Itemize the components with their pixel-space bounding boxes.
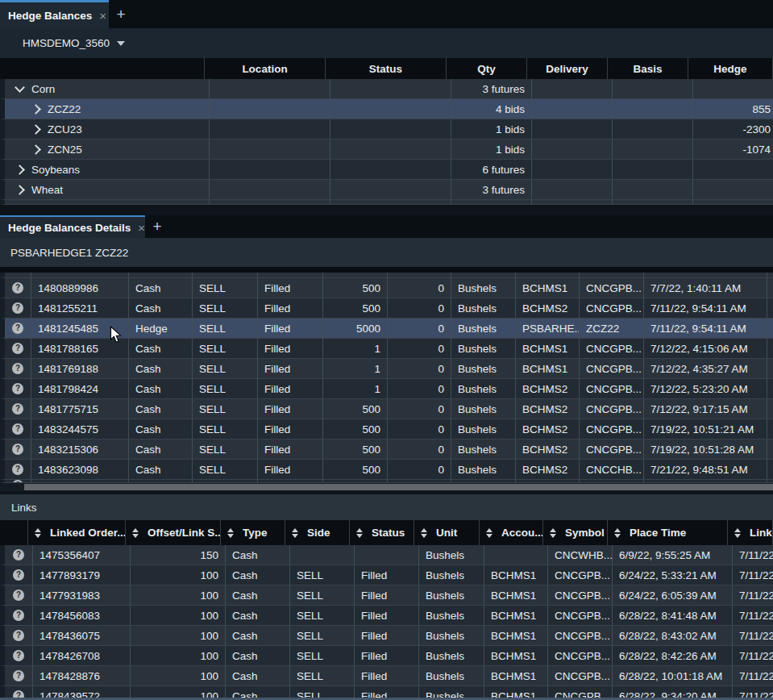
column-header[interactable]: Unit xyxy=(414,520,480,545)
sort-icon[interactable] xyxy=(35,528,41,538)
chevron-right-icon[interactable] xyxy=(31,104,41,115)
new-tab-button[interactable]: + xyxy=(147,215,168,238)
sort-icon[interactable] xyxy=(292,528,298,538)
sort-icon[interactable] xyxy=(356,528,363,538)
cell: 1481245485 xyxy=(31,319,129,338)
cell: 1480889986 xyxy=(31,278,129,298)
tree-row[interactable]: ZCN251 bids-1074 xyxy=(0,140,773,160)
hedge-balances-header: LocationStatusQtyDeliveryBasisHedge xyxy=(0,58,773,79)
chevron-down-icon[interactable] xyxy=(15,82,25,93)
cell: 0 xyxy=(388,460,451,479)
order-row[interactable]: ?1481798424CashSELLFilled10BushelsBCHMS2… xyxy=(0,379,773,399)
cell: 7/12/22, 4:35:27 AM xyxy=(644,359,767,378)
help-icon[interactable]: ? xyxy=(12,423,23,435)
cell: CNCGPB... xyxy=(548,606,613,625)
link-row[interactable]: ?1477893179100CashSELLFilledBushelsBCHMS… xyxy=(0,565,773,585)
order-row[interactable]: ?1483215306CashSELLFilled5000BushelsBCHM… xyxy=(0,440,773,460)
help-icon[interactable]: ? xyxy=(13,630,24,641)
sort-icon[interactable] xyxy=(734,528,741,538)
column-header[interactable]: Place Time xyxy=(608,520,728,545)
column-header[interactable]: Side xyxy=(285,520,350,545)
cell xyxy=(193,480,258,482)
order-row[interactable]: ?1483244575CashSELLFilled5000BushelsBCHM… xyxy=(0,419,773,440)
column-header[interactable]: Type xyxy=(221,520,285,545)
dataset-selector[interactable]: HMSDEMO_3560 xyxy=(23,37,110,49)
new-tab-button[interactable]: + xyxy=(110,0,131,28)
chevron-right-icon[interactable] xyxy=(15,185,25,195)
help-icon[interactable]: ? xyxy=(12,464,23,475)
column-header: Basis xyxy=(608,58,688,79)
link-row[interactable]: ?1478426708100CashSELLFilledBushelsBCHMS… xyxy=(0,646,773,666)
link-row[interactable]: ?1478428876100CashSELLFilledBushelsBCHMS… xyxy=(0,666,773,686)
order-row[interactable]: ?1481245485HedgeSELLFilled50000BushelsPS… xyxy=(0,319,773,339)
cell: 7/11/22, xyxy=(733,585,773,605)
scrollbar-thumb[interactable] xyxy=(24,484,773,490)
help-icon[interactable]: ? xyxy=(12,403,23,415)
help-icon[interactable]: ? xyxy=(13,569,24,581)
tree-row[interactable]: ZCZ224 bids855 xyxy=(0,99,773,119)
partial-row xyxy=(0,273,773,278)
sort-icon[interactable] xyxy=(132,528,139,538)
help-icon[interactable]: ? xyxy=(12,343,23,354)
help-icon[interactable]: ? xyxy=(12,363,23,374)
cell xyxy=(516,480,580,482)
chevron-right-icon[interactable] xyxy=(31,124,41,135)
close-icon[interactable]: × xyxy=(138,222,145,234)
cell: Hedge xyxy=(129,319,193,338)
sort-icon[interactable] xyxy=(227,528,234,538)
help-icon[interactable]: ? xyxy=(12,444,23,455)
column-header: Qty xyxy=(447,58,527,79)
column-header[interactable]: Link T... xyxy=(728,520,773,545)
link-row[interactable]: ?1478436075100CashSELLFilledBushelsBCHMS… xyxy=(0,626,773,646)
help-icon[interactable]: ? xyxy=(12,323,23,334)
tree-row[interactable]: Soybeans6 futures xyxy=(0,160,773,180)
order-row[interactable]: ?1480889986CashSELLFilled5000BushelsBCHM… xyxy=(0,278,773,298)
column-header[interactable]: Linked Order... xyxy=(28,520,126,545)
help-icon[interactable]: ? xyxy=(12,383,23,394)
tree-row[interactable]: Wheat3 futures xyxy=(0,180,773,200)
tree-row[interactable]: ZCU231 bids-2300 xyxy=(0,119,773,140)
help-icon[interactable]: ? xyxy=(13,670,24,681)
tab-hedge-balances[interactable]: Hedge Balances × xyxy=(0,0,109,28)
cell: 6/28/22, 10:01:18 AM xyxy=(613,666,733,685)
tab-hedge-balances-details[interactable]: Hedge Balances Details × xyxy=(0,215,145,238)
chevron-right-icon[interactable] xyxy=(15,165,25,175)
column-header[interactable]: Offset/Link S... xyxy=(126,520,221,545)
column-header-label: Side xyxy=(307,527,330,539)
column-header[interactable]: Accou... xyxy=(480,520,543,545)
sort-icon[interactable] xyxy=(421,528,427,538)
help-icon[interactable]: ? xyxy=(13,610,24,621)
order-row[interactable]: ?1481255211CashSELLFilled5000BushelsBCHM… xyxy=(0,298,773,319)
help-icon[interactable]: ? xyxy=(13,650,24,661)
cell: BCHMS2 xyxy=(516,440,580,459)
cell: 0 xyxy=(388,399,451,419)
order-row[interactable]: ?1481769188CashSELLFilled10BushelsBCHMS1… xyxy=(0,359,773,379)
link-row[interactable]: ?1478456083100CashSELLFilledBushelsBCHMS… xyxy=(0,606,773,626)
link-row[interactable]: ?1475356407150CashBushelsCNCWHB...6/9/22… xyxy=(0,545,773,565)
help-icon[interactable]: ? xyxy=(12,302,23,314)
link-row[interactable]: ?1477931983100CashSELLFilledBushelsBCHMS… xyxy=(0,585,773,606)
sort-icon[interactable] xyxy=(486,528,492,538)
sort-icon[interactable] xyxy=(614,528,621,538)
close-icon[interactable]: × xyxy=(99,10,106,22)
cell: 1483623098 xyxy=(31,460,129,479)
chevron-right-icon[interactable] xyxy=(31,144,41,155)
column-header-label: Accou... xyxy=(501,527,543,539)
order-row[interactable]: ?1481775715CashSELLFilled5000BushelsBCHM… xyxy=(0,399,773,419)
help-icon[interactable]: ? xyxy=(13,549,24,560)
cell: 6 futures xyxy=(451,160,532,179)
column-header-label: Symbol xyxy=(565,527,605,539)
tree-row[interactable]: Corn3 futures xyxy=(0,79,773,99)
cell: Cash xyxy=(226,666,290,685)
cell: 3 futures xyxy=(451,79,532,98)
column-header[interactable]: Symbol xyxy=(543,520,608,545)
help-icon[interactable]: ? xyxy=(12,480,23,482)
column-header[interactable]: Status xyxy=(350,520,414,545)
order-row[interactable]: ?1481788165CashSELLFilled10BushelsBCHMS1… xyxy=(0,339,773,359)
help-icon[interactable]: ? xyxy=(12,282,23,294)
help-icon[interactable]: ? xyxy=(13,590,24,601)
cell: SELL xyxy=(290,585,355,605)
sort-icon[interactable] xyxy=(550,528,556,538)
cell: CNCGPB... xyxy=(548,666,613,685)
order-row[interactable]: ?1483623098CashSELLFilled5000BushelsBCHM… xyxy=(0,460,773,480)
